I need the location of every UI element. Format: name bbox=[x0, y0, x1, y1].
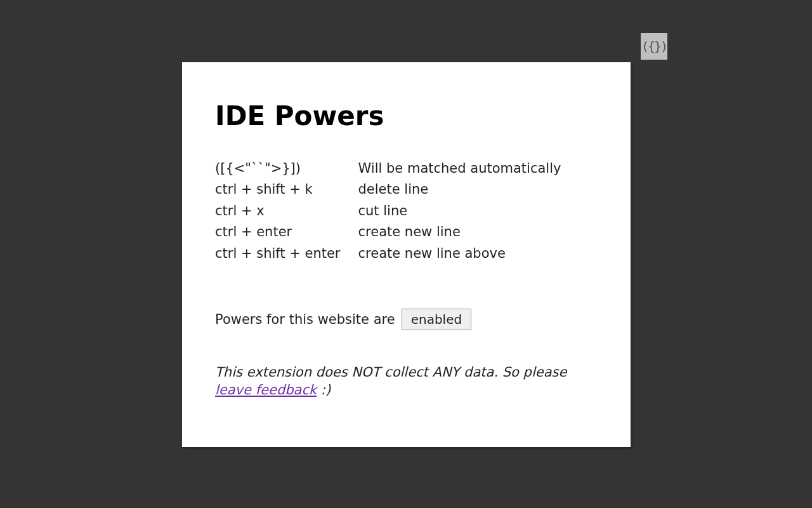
shortcut-description: Will be matched automatically bbox=[358, 158, 561, 179]
extension-launcher-icon[interactable]: ({}) bbox=[641, 33, 667, 60]
shortcut-row: ctrl + shift + entercreate new line abov… bbox=[215, 243, 561, 264]
shortcut-description: create new line above bbox=[358, 243, 561, 264]
shortcut-row: ctrl + xcut line bbox=[215, 201, 561, 222]
shortcut-row: ctrl + entercreate new line bbox=[215, 222, 561, 243]
shortcut-description: create new line bbox=[358, 222, 561, 243]
shortcuts-table: ([{<"``">}])Will be matched automaticall… bbox=[215, 158, 561, 264]
status-row: Powers for this website are enabled bbox=[215, 309, 598, 330]
shortcut-key: ctrl + shift + k bbox=[215, 179, 358, 200]
toggle-enabled-button[interactable]: enabled bbox=[402, 309, 472, 330]
shortcut-description: cut line bbox=[358, 201, 561, 222]
shortcut-key: ([{<"``">}]) bbox=[215, 158, 358, 179]
shortcut-key: ctrl + shift + enter bbox=[215, 243, 358, 264]
shortcut-row: ctrl + shift + kdelete line bbox=[215, 179, 561, 200]
braces-icon: ({}) bbox=[641, 39, 667, 54]
leave-feedback-link[interactable]: leave feedback bbox=[215, 382, 317, 398]
shortcut-key: ctrl + x bbox=[215, 201, 358, 222]
shortcut-key: ctrl + enter bbox=[215, 222, 358, 243]
status-text: Powers for this website are bbox=[215, 312, 395, 327]
footer-note: This extension does NOT collect ANY data… bbox=[215, 363, 598, 399]
extension-popup: IDE Powers ([{<"``">}])Will be matched a… bbox=[182, 62, 631, 447]
footer-text-after: :) bbox=[317, 382, 331, 398]
footer-text-before: This extension does NOT collect ANY data… bbox=[215, 364, 566, 380]
shortcut-description: delete line bbox=[358, 179, 561, 200]
popup-title: IDE Powers bbox=[215, 100, 598, 131]
shortcut-row: ([{<"``">}])Will be matched automaticall… bbox=[215, 158, 561, 179]
